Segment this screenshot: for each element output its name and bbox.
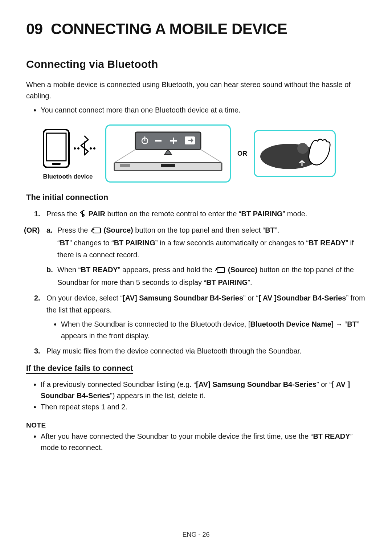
step-1-text: Press the PAIR button on the remote cont… (46, 210, 307, 218)
step-3: 3. Play music files from the device conn… (26, 345, 366, 357)
intro-bullets: You cannot connect more than one Bluetoo… (26, 105, 366, 116)
svg-rect-11 (155, 140, 162, 142)
phone-bluetooth-illustration (37, 127, 99, 170)
fail-heading: If the device fails to connect (26, 364, 366, 373)
source-icon (91, 225, 101, 237)
step-2-number: 2. (34, 292, 40, 304)
svg-rect-13 (173, 138, 174, 144)
figure-row: Bluetooth device OR (37, 124, 366, 183)
or-tag: (OR) (24, 224, 40, 236)
initial-steps: 1. Press the PAIR button on the remote c… (26, 208, 366, 357)
bluetooth-device-figure: Bluetooth device (37, 127, 99, 180)
svg-rect-0 (44, 130, 69, 167)
step-1b: b. When “BT READY” appears, press and ho… (46, 264, 366, 289)
svg-point-21 (297, 143, 308, 154)
fail-bullet-2: Then repeat steps 1 and 2. (41, 401, 366, 413)
chapter-text: CONNECTING A MOBILE DEVICE (51, 20, 287, 37)
svg-line-19 (201, 150, 222, 163)
soundbar-figure-box (105, 124, 231, 183)
step-1a: a. Press the (Source) button on the top … (46, 224, 366, 261)
svg-rect-1 (46, 133, 66, 161)
chapter-number: 09 (26, 20, 43, 37)
step-2-sublist: When the Soundbar is connected to the Bl… (46, 318, 366, 342)
svg-marker-8 (164, 150, 172, 155)
section-title: Connecting via Bluetooth (26, 58, 366, 70)
svg-rect-22 (93, 228, 101, 233)
svg-rect-23 (217, 267, 225, 273)
initial-connection-heading: The initial connection (26, 193, 366, 202)
step-1-sublist: a. Press the (Source) button on the top … (46, 224, 366, 289)
note-label: NOTE (26, 421, 366, 429)
source-icon (215, 265, 225, 277)
step-1: 1. Press the PAIR button on the remote c… (26, 208, 366, 221)
page: 09 CONNECTING A MOBILE DEVICE Connecting… (0, 0, 392, 556)
note-bullet-1: After you have connected the Soundbar to… (41, 431, 366, 453)
step-2-sub: When the Soundbar is connected to the Bl… (61, 318, 366, 342)
note-bullets: After you have connected the Soundbar to… (26, 431, 366, 453)
bluetooth-device-caption: Bluetooth device (43, 173, 93, 180)
svg-point-4 (77, 147, 79, 150)
svg-rect-17 (120, 164, 130, 167)
svg-line-18 (114, 150, 135, 163)
chapter-title: 09 CONNECTING A MOBILE DEVICE (26, 20, 366, 38)
svg-rect-16 (161, 164, 175, 167)
page-footer: ENG - 26 (0, 531, 392, 539)
step-2: 2. On your device, select “[AV] Samsung … (26, 292, 366, 342)
bluetooth-icon (80, 209, 86, 221)
svg-point-3 (74, 147, 76, 150)
svg-point-6 (93, 147, 95, 150)
fail-bullet-1: If a previously connected Soundbar listi… (41, 379, 366, 401)
fail-bullets: If a previously connected Soundbar listi… (26, 379, 366, 413)
step-1-number: 1. (34, 208, 40, 220)
step-1-or: (OR) a. Press the (Source) button on the… (26, 224, 366, 289)
svg-rect-2 (52, 163, 61, 165)
soundbar-top-panel-illustration (110, 129, 226, 176)
svg-point-5 (90, 147, 92, 150)
top-panel-touch-illustration (258, 135, 331, 171)
or-label: OR (237, 150, 247, 158)
step-3-number: 3. (34, 345, 40, 357)
top-panel-touch-figure-box (254, 130, 336, 177)
intro-paragraph: When a mobile device is connected using … (26, 79, 366, 102)
intro-bullet-1: You cannot connect more than one Bluetoo… (41, 105, 366, 116)
